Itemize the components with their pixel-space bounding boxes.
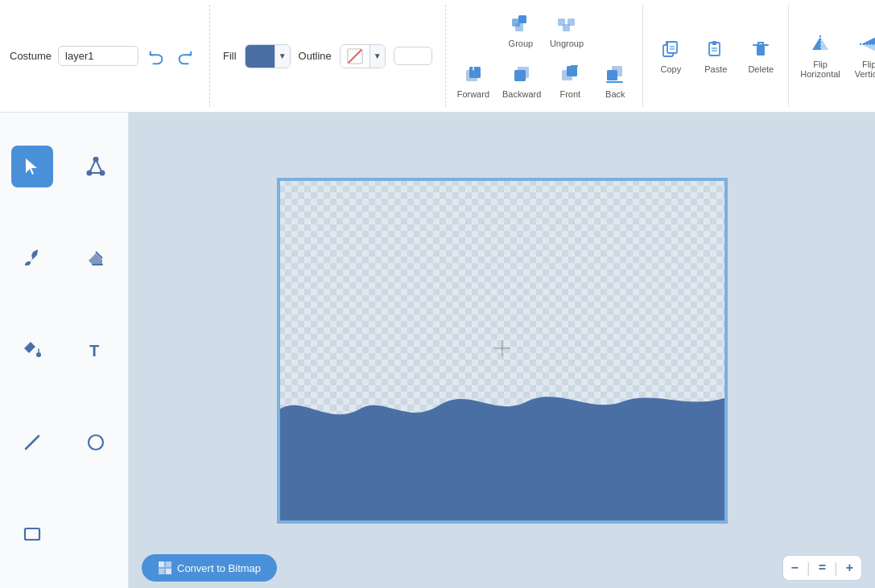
zoom-out-button[interactable]: − [785, 557, 805, 578]
front-icon [559, 64, 580, 87]
paste-label: Paste [704, 64, 727, 74]
backward-button[interactable]: Backward [497, 60, 546, 102]
front-button[interactable]: Front [549, 60, 591, 102]
copy-button[interactable]: Copy [650, 35, 691, 77]
flip-row: Flip Horizontal Flip Vertical [795, 31, 875, 82]
back-button[interactable]: Back [594, 60, 636, 102]
front-label: Front [559, 89, 580, 99]
flip-horizontal-button[interactable]: Flip Horizontal [795, 31, 845, 82]
zoom-divider: | [807, 560, 811, 577]
zoom-controls: − | = | + [782, 555, 862, 581]
redo-button[interactable] [172, 44, 196, 68]
svg-rect-22 [666, 41, 668, 45]
canvas-wrapper [277, 178, 728, 524]
delete-button[interactable]: Delete [740, 35, 782, 77]
arrange-group: Group Ungroup [446, 5, 644, 107]
fill-color-swatch [246, 45, 274, 68]
back-icon [605, 64, 625, 87]
ungroup-button[interactable]: Ungroup [545, 10, 588, 51]
paste-button[interactable]: Paste [695, 35, 737, 77]
fill-color-dropdown[interactable]: ▼ [274, 45, 290, 68]
svg-point-39 [88, 171, 92, 175]
outline-label: Outline [299, 50, 332, 62]
svg-rect-3 [518, 15, 526, 23]
svg-rect-48 [25, 528, 39, 540]
outline-color-picker[interactable]: ▼ [340, 44, 386, 68]
svg-marker-37 [26, 158, 37, 175]
arrange-row-1: Group Ungroup [500, 10, 588, 51]
tool-brush[interactable] [11, 237, 53, 279]
flip-horizontal-icon [809, 34, 832, 57]
svg-rect-56 [166, 569, 171, 574]
svg-rect-13 [567, 66, 577, 76]
fill-color-picker[interactable]: ▼ [245, 44, 291, 68]
tool-text[interactable]: T [75, 329, 117, 371]
group-icon [510, 13, 531, 36]
svg-rect-19 [667, 42, 677, 53]
svg-line-46 [26, 436, 39, 449]
tool-select[interactable] [11, 146, 53, 187]
outline-width-input[interactable]: 0 [394, 47, 432, 65]
svg-point-41 [94, 158, 98, 162]
zoom-divider-2: | [834, 560, 838, 577]
left-toolbox: T [0, 113, 129, 588]
svg-rect-24 [712, 41, 716, 45]
costume-section: Costume [10, 5, 210, 107]
svg-marker-35 [861, 44, 875, 52]
wave-shape [279, 346, 726, 521]
svg-rect-7 [563, 24, 570, 31]
svg-rect-53 [159, 561, 164, 567]
bottom-bar: Convert to Bitmap − | = | + [129, 548, 875, 588]
svg-rect-16 [607, 70, 617, 80]
tool-fill[interactable] [11, 329, 53, 371]
delete-label: Delete [748, 64, 774, 74]
delete-icon [750, 39, 771, 62]
forward-button[interactable]: Forward [452, 60, 494, 102]
forward-label: Forward [457, 89, 489, 99]
clipboard-row: Copy Paste [650, 35, 782, 77]
canvas-area[interactable]: Convert to Bitmap − | = | + [129, 113, 875, 588]
zoom-in-button[interactable]: + [840, 557, 860, 578]
ungroup-icon [556, 13, 577, 36]
back-label: Back [605, 89, 625, 99]
undo-redo-controls [145, 44, 196, 68]
svg-point-47 [89, 435, 103, 450]
forward-icon [463, 64, 484, 87]
tool-eraser[interactable] [75, 237, 117, 279]
svg-marker-34 [861, 36, 875, 44]
convert-bitmap-button[interactable]: Convert to Bitmap [142, 554, 277, 582]
costume-label: Costume [10, 50, 52, 62]
flip-vertical-button[interactable]: Flip Vertical [848, 31, 875, 82]
arrange-row-2: Forward Backward [452, 60, 637, 102]
flip-horizontal-label: Flip Horizontal [800, 60, 840, 79]
undo-button[interactable] [145, 44, 169, 68]
svg-point-40 [101, 171, 105, 175]
convert-icon [158, 561, 172, 575]
costume-name-input[interactable] [58, 46, 138, 66]
tool-line[interactable] [11, 421, 53, 463]
top-toolbar: Costume Fill ▼ Outline [0, 0, 875, 113]
svg-rect-55 [159, 569, 164, 574]
fill-label: Fill [223, 50, 237, 62]
svg-text:T: T [89, 342, 99, 360]
flip-vertical-icon [858, 34, 875, 57]
group-button[interactable]: Group [500, 10, 542, 51]
convert-bitmap-label: Convert to Bitmap [177, 562, 261, 574]
tool-reshape[interactable] [75, 146, 117, 187]
tool-rectangle[interactable] [11, 513, 53, 555]
svg-marker-31 [812, 37, 820, 50]
flip-group: Flip Horizontal Flip Vertical [789, 5, 875, 107]
svg-rect-54 [166, 561, 171, 567]
copy-label: Copy [660, 64, 681, 74]
paste-icon [705, 39, 726, 62]
group-label: Group [509, 39, 534, 48]
svg-rect-11 [514, 70, 526, 81]
svg-marker-32 [820, 37, 828, 50]
outline-color-swatch [341, 45, 369, 68]
outline-color-dropdown[interactable]: ▼ [369, 45, 385, 68]
zoom-reset-button[interactable]: = [812, 557, 832, 578]
tool-circle[interactable] [75, 421, 117, 463]
backward-icon [511, 64, 532, 87]
fill-outline-section: Fill ▼ Outline ▼ 0 [210, 5, 446, 107]
svg-rect-9 [469, 67, 481, 78]
